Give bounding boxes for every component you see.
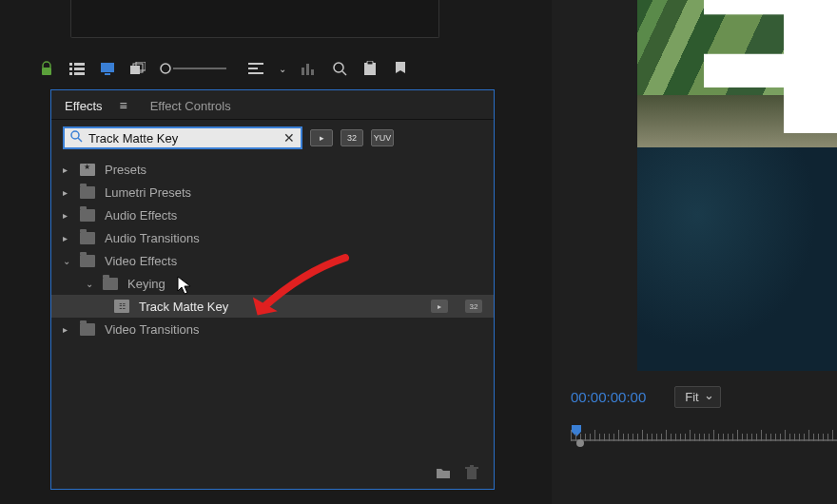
- clip-thumbnail-strip: [70, 0, 439, 38]
- svg-rect-22: [367, 61, 373, 65]
- slider-icon[interactable]: [160, 60, 226, 77]
- ruler-tick: [666, 430, 667, 441]
- effects-search-box[interactable]: ✕: [63, 126, 302, 149]
- ruler-tick: [690, 430, 691, 441]
- ruler-tick: [633, 434, 633, 441]
- svg-line-20: [342, 71, 346, 75]
- ruler-tick: [761, 430, 762, 441]
- svg-rect-15: [248, 72, 263, 74]
- trash-icon[interactable]: [463, 464, 480, 481]
- tab-effects[interactable]: Effects: [65, 99, 103, 113]
- chevron-down-icon: ⌄: [63, 256, 74, 266]
- folder-icon: [103, 278, 118, 290]
- tree-item-video-effects[interactable]: ⌄ Video Effects: [51, 249, 494, 272]
- ruler-tick: [713, 430, 714, 441]
- chevron-right-icon: ▸: [63, 233, 74, 243]
- ruler-tick: [751, 434, 752, 441]
- tree-item-lumetri[interactable]: ▸ Lumetri Presets: [51, 181, 494, 204]
- ruler-tick: [571, 430, 572, 441]
- effects-search-input[interactable]: [88, 131, 278, 145]
- effects-search-row: ✕ ▸ 32 YUV: [51, 120, 494, 156]
- svg-point-12: [161, 64, 170, 73]
- svg-rect-2: [74, 63, 85, 66]
- ruler-tick: [628, 434, 629, 441]
- tree-label: Presets: [105, 163, 146, 177]
- ruler-tick: [604, 434, 605, 441]
- effects-tree: ▸ Presets ▸ Lumetri Presets ▸ Audio Effe…: [51, 156, 494, 342]
- tree-item-keying[interactable]: ⌄ Keying: [51, 272, 494, 295]
- new-bin-icon[interactable]: [435, 464, 452, 481]
- tree-label: Lumetri Presets: [105, 185, 191, 200]
- list-icon[interactable]: [68, 60, 86, 77]
- ruler-tick: [770, 434, 771, 441]
- svg-rect-5: [69, 72, 72, 75]
- ruler-tick: [618, 430, 619, 441]
- monitor-active-icon[interactable]: [99, 60, 116, 77]
- ruler-tick: [609, 434, 610, 441]
- ruler-tick: [827, 434, 828, 441]
- folder-icon: [80, 209, 95, 222]
- ruler-tick: [794, 434, 795, 441]
- tree-item-audio-transitions[interactable]: ▸ Audio Transitions: [51, 226, 494, 249]
- 32bit-filter-badge[interactable]: 32: [341, 129, 363, 146]
- ruler-tick: [647, 434, 648, 441]
- accelerated-filter-badge[interactable]: ▸: [310, 129, 333, 146]
- align-icon[interactable]: [247, 60, 264, 77]
- folder-icon: [80, 323, 95, 336]
- tree-item-audio-effects[interactable]: ▸ Audio Effects: [51, 204, 494, 226]
- tree-label: Audio Effects: [105, 208, 177, 223]
- accel-badge-icon: ▸: [431, 300, 448, 313]
- tree-label: Keying: [127, 277, 165, 291]
- preview-water: [637, 147, 837, 371]
- ruler-tick: [675, 434, 676, 441]
- program-time-ruler[interactable]: [571, 422, 837, 451]
- panel-menu-icon[interactable]: ≡: [120, 98, 127, 113]
- program-monitor[interactable]: [637, 0, 837, 371]
- panel-tab-row: Effects ≡ Effect Controls: [51, 90, 494, 120]
- effect-item-icon: ☷: [114, 300, 129, 313]
- chevron-right-icon: ▸: [63, 210, 74, 221]
- marker-icon[interactable]: [392, 60, 409, 77]
- svg-rect-0: [42, 68, 51, 75]
- chevron-down-icon[interactable]: ⌄: [278, 60, 287, 77]
- lock-icon[interactable]: [38, 60, 55, 77]
- ruler-tick: [637, 434, 638, 441]
- tree-item-track-matte-key[interactable]: ☷ Track Matte Key ▸ 32: [51, 295, 494, 318]
- ruler-tick: [813, 434, 814, 441]
- ruler-tick: [599, 434, 600, 441]
- chevron-right-icon: ▸: [63, 187, 74, 198]
- yuv-filter-badge[interactable]: YUV: [371, 129, 394, 146]
- search-icon[interactable]: [331, 60, 348, 77]
- preset-folder-icon: [80, 164, 95, 176]
- bars-icon[interactable]: [301, 60, 318, 77]
- ruler-tick: [775, 434, 776, 441]
- tree-item-presets[interactable]: ▸ Presets: [51, 158, 494, 181]
- svg-rect-18: [311, 69, 314, 75]
- tree-label: Video Effects: [105, 254, 177, 268]
- svg-line-24: [78, 138, 82, 142]
- svg-rect-3: [69, 68, 72, 70]
- ruler-tick: [623, 434, 624, 441]
- svg-rect-8: [105, 73, 110, 75]
- search-clear-icon[interactable]: ✕: [283, 130, 295, 145]
- ruler-tick: [823, 434, 824, 441]
- ruler-tick: [685, 434, 686, 441]
- folder-icon: [80, 232, 95, 244]
- ruler-tick: [699, 434, 700, 441]
- scrub-handle[interactable]: [576, 439, 584, 447]
- program-timecode[interactable]: 00:00:00:00: [571, 389, 646, 405]
- clipboard-icon[interactable]: [361, 60, 379, 77]
- ruler-tick: [780, 434, 781, 441]
- source-toolbar: ⌄: [38, 55, 495, 82]
- stack-icon[interactable]: [129, 60, 146, 77]
- zoom-fit-select[interactable]: Fit: [674, 386, 720, 408]
- tree-item-video-transitions[interactable]: ▸ Video Transitions: [51, 318, 494, 340]
- svg-point-23: [71, 131, 79, 139]
- tab-effect-controls[interactable]: Effect Controls: [150, 99, 231, 113]
- ruler-tick: [661, 434, 662, 441]
- ruler-tick: [694, 434, 695, 441]
- ruler-tick: [652, 434, 652, 441]
- ruler-tick: [671, 434, 672, 441]
- ruler-tick: [766, 434, 767, 441]
- folder-icon: [80, 255, 95, 267]
